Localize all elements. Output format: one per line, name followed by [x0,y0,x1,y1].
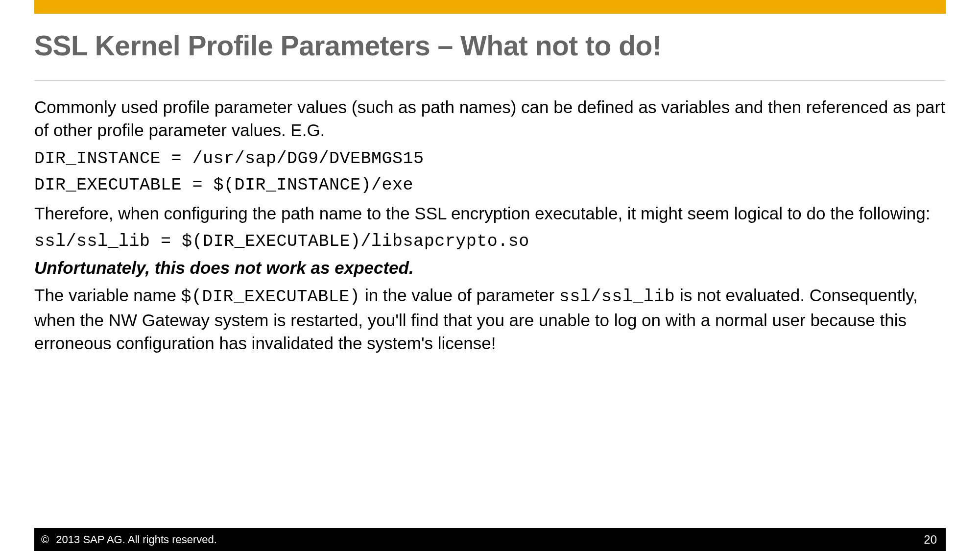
code-ssl-lib: ssl/ssl_lib = $(DIR_EXECUTABLE)/libsapcr… [34,232,946,251]
therefore-paragraph: Therefore, when configuring the path nam… [34,202,946,225]
copyright-label: 2013 SAP AG. All rights reserved. [56,533,217,546]
copyright-symbol: © [41,533,49,546]
code-dir-executable: DIR_EXECUTABLE = $(DIR_INSTANCE)/exe [34,175,946,195]
explanation-mid: in the value of parameter [360,286,559,305]
explanation-prefix: The variable name [34,286,181,305]
slide-title: SSL Kernel Profile Parameters – What not… [34,29,946,62]
slide-content: SSL Kernel Profile Parameters – What not… [34,29,946,362]
accent-bar [34,0,946,14]
explanation-paragraph: The variable name $(DIR_EXECUTABLE) in t… [34,284,946,355]
intro-paragraph: Commonly used profile parameter values (… [34,96,946,142]
page-number: 20 [924,533,937,547]
title-divider [34,80,946,81]
copyright-text: © 2013 SAP AG. All rights reserved. [41,533,217,546]
footer-bar: © 2013 SAP AG. All rights reserved. 20 [34,528,946,551]
warning-text: Unfortunately, this does not work as exp… [34,258,946,278]
inline-code-ssl-lib: ssl/ssl_lib [559,287,675,307]
inline-code-dir-executable: $(DIR_EXECUTABLE) [181,287,360,307]
code-dir-instance: DIR_INSTANCE = /usr/sap/DG9/DVEBMGS15 [34,149,946,168]
